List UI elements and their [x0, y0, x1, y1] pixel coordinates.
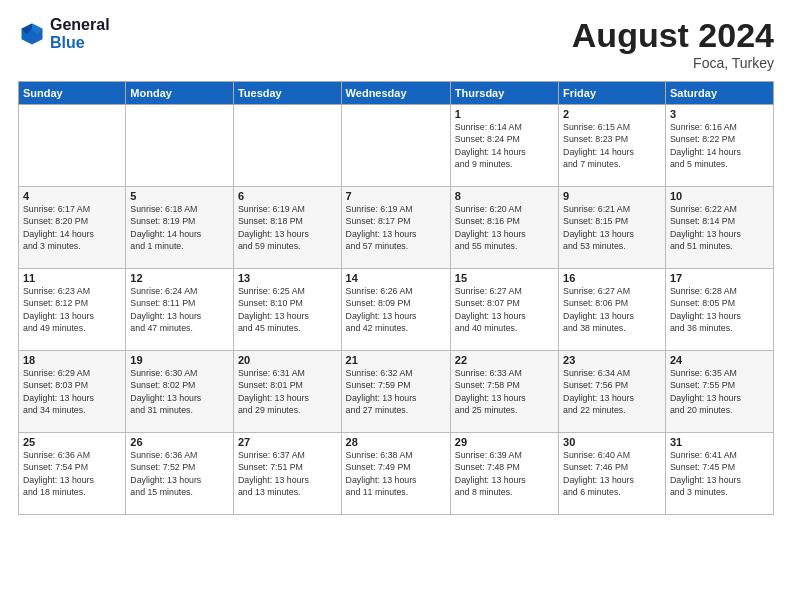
header-wednesday: Wednesday — [341, 82, 450, 105]
day-cell — [19, 105, 126, 187]
day-cell: 21Sunrise: 6:32 AM Sunset: 7:59 PM Dayli… — [341, 351, 450, 433]
day-number: 4 — [23, 190, 121, 202]
title-block: August 2024 Foca, Turkey — [572, 16, 774, 71]
week-row-2: 4Sunrise: 6:17 AM Sunset: 8:20 PM Daylig… — [19, 187, 774, 269]
day-info: Sunrise: 6:20 AM Sunset: 8:16 PM Dayligh… — [455, 203, 554, 252]
day-number: 3 — [670, 108, 769, 120]
header-monday: Monday — [126, 82, 234, 105]
logo-line2: Blue — [50, 34, 110, 52]
day-cell: 15Sunrise: 6:27 AM Sunset: 8:07 PM Dayli… — [450, 269, 558, 351]
logo-icon — [18, 20, 46, 48]
day-number: 30 — [563, 436, 661, 448]
header-tuesday: Tuesday — [233, 82, 341, 105]
day-number: 27 — [238, 436, 337, 448]
header-thursday: Thursday — [450, 82, 558, 105]
day-number: 2 — [563, 108, 661, 120]
day-cell: 14Sunrise: 6:26 AM Sunset: 8:09 PM Dayli… — [341, 269, 450, 351]
day-cell: 29Sunrise: 6:39 AM Sunset: 7:48 PM Dayli… — [450, 433, 558, 515]
day-number: 26 — [130, 436, 229, 448]
week-row-3: 11Sunrise: 6:23 AM Sunset: 8:12 PM Dayli… — [19, 269, 774, 351]
day-number: 7 — [346, 190, 446, 202]
day-cell: 27Sunrise: 6:37 AM Sunset: 7:51 PM Dayli… — [233, 433, 341, 515]
day-cell: 9Sunrise: 6:21 AM Sunset: 8:15 PM Daylig… — [559, 187, 666, 269]
day-number: 21 — [346, 354, 446, 366]
location: Foca, Turkey — [572, 55, 774, 71]
day-info: Sunrise: 6:22 AM Sunset: 8:14 PM Dayligh… — [670, 203, 769, 252]
day-info: Sunrise: 6:31 AM Sunset: 8:01 PM Dayligh… — [238, 367, 337, 416]
day-info: Sunrise: 6:34 AM Sunset: 7:56 PM Dayligh… — [563, 367, 661, 416]
day-number: 12 — [130, 272, 229, 284]
day-info: Sunrise: 6:23 AM Sunset: 8:12 PM Dayligh… — [23, 285, 121, 334]
day-number: 10 — [670, 190, 769, 202]
day-info: Sunrise: 6:32 AM Sunset: 7:59 PM Dayligh… — [346, 367, 446, 416]
day-cell: 17Sunrise: 6:28 AM Sunset: 8:05 PM Dayli… — [665, 269, 773, 351]
day-cell: 3Sunrise: 6:16 AM Sunset: 8:22 PM Daylig… — [665, 105, 773, 187]
day-number: 25 — [23, 436, 121, 448]
day-info: Sunrise: 6:24 AM Sunset: 8:11 PM Dayligh… — [130, 285, 229, 334]
day-info: Sunrise: 6:17 AM Sunset: 8:20 PM Dayligh… — [23, 203, 121, 252]
day-number: 5 — [130, 190, 229, 202]
day-cell: 19Sunrise: 6:30 AM Sunset: 8:02 PM Dayli… — [126, 351, 234, 433]
day-info: Sunrise: 6:30 AM Sunset: 8:02 PM Dayligh… — [130, 367, 229, 416]
day-cell: 2Sunrise: 6:15 AM Sunset: 8:23 PM Daylig… — [559, 105, 666, 187]
day-info: Sunrise: 6:26 AM Sunset: 8:09 PM Dayligh… — [346, 285, 446, 334]
day-info: Sunrise: 6:19 AM Sunset: 8:17 PM Dayligh… — [346, 203, 446, 252]
day-info: Sunrise: 6:28 AM Sunset: 8:05 PM Dayligh… — [670, 285, 769, 334]
day-cell: 6Sunrise: 6:19 AM Sunset: 8:18 PM Daylig… — [233, 187, 341, 269]
week-row-4: 18Sunrise: 6:29 AM Sunset: 8:03 PM Dayli… — [19, 351, 774, 433]
header-sunday: Sunday — [19, 82, 126, 105]
day-number: 11 — [23, 272, 121, 284]
day-info: Sunrise: 6:19 AM Sunset: 8:18 PM Dayligh… — [238, 203, 337, 252]
day-cell: 25Sunrise: 6:36 AM Sunset: 7:54 PM Dayli… — [19, 433, 126, 515]
day-number: 19 — [130, 354, 229, 366]
day-cell — [341, 105, 450, 187]
day-number: 23 — [563, 354, 661, 366]
day-cell — [233, 105, 341, 187]
day-info: Sunrise: 6:36 AM Sunset: 7:54 PM Dayligh… — [23, 449, 121, 498]
day-info: Sunrise: 6:36 AM Sunset: 7:52 PM Dayligh… — [130, 449, 229, 498]
day-cell — [126, 105, 234, 187]
day-number: 29 — [455, 436, 554, 448]
day-info: Sunrise: 6:21 AM Sunset: 8:15 PM Dayligh… — [563, 203, 661, 252]
day-info: Sunrise: 6:14 AM Sunset: 8:24 PM Dayligh… — [455, 121, 554, 170]
day-cell: 18Sunrise: 6:29 AM Sunset: 8:03 PM Dayli… — [19, 351, 126, 433]
week-row-5: 25Sunrise: 6:36 AM Sunset: 7:54 PM Dayli… — [19, 433, 774, 515]
day-cell: 5Sunrise: 6:18 AM Sunset: 8:19 PM Daylig… — [126, 187, 234, 269]
day-number: 15 — [455, 272, 554, 284]
day-number: 1 — [455, 108, 554, 120]
day-info: Sunrise: 6:16 AM Sunset: 8:22 PM Dayligh… — [670, 121, 769, 170]
header: General Blue August 2024 Foca, Turkey — [18, 16, 774, 71]
day-cell: 1Sunrise: 6:14 AM Sunset: 8:24 PM Daylig… — [450, 105, 558, 187]
day-number: 20 — [238, 354, 337, 366]
day-cell: 4Sunrise: 6:17 AM Sunset: 8:20 PM Daylig… — [19, 187, 126, 269]
day-cell: 10Sunrise: 6:22 AM Sunset: 8:14 PM Dayli… — [665, 187, 773, 269]
calendar-table: Sunday Monday Tuesday Wednesday Thursday… — [18, 81, 774, 515]
day-cell: 22Sunrise: 6:33 AM Sunset: 7:58 PM Dayli… — [450, 351, 558, 433]
day-info: Sunrise: 6:27 AM Sunset: 8:07 PM Dayligh… — [455, 285, 554, 334]
day-info: Sunrise: 6:39 AM Sunset: 7:48 PM Dayligh… — [455, 449, 554, 498]
day-info: Sunrise: 6:27 AM Sunset: 8:06 PM Dayligh… — [563, 285, 661, 334]
day-info: Sunrise: 6:37 AM Sunset: 7:51 PM Dayligh… — [238, 449, 337, 498]
logo: General Blue — [18, 16, 110, 51]
day-info: Sunrise: 6:40 AM Sunset: 7:46 PM Dayligh… — [563, 449, 661, 498]
day-cell: 28Sunrise: 6:38 AM Sunset: 7:49 PM Dayli… — [341, 433, 450, 515]
page: General Blue August 2024 Foca, Turkey Su… — [0, 0, 792, 612]
calendar-header-row: Sunday Monday Tuesday Wednesday Thursday… — [19, 82, 774, 105]
day-number: 17 — [670, 272, 769, 284]
month-title: August 2024 — [572, 16, 774, 55]
day-number: 8 — [455, 190, 554, 202]
day-info: Sunrise: 6:38 AM Sunset: 7:49 PM Dayligh… — [346, 449, 446, 498]
logo-line1: General — [50, 16, 110, 34]
day-info: Sunrise: 6:29 AM Sunset: 8:03 PM Dayligh… — [23, 367, 121, 416]
day-cell: 8Sunrise: 6:20 AM Sunset: 8:16 PM Daylig… — [450, 187, 558, 269]
day-info: Sunrise: 6:25 AM Sunset: 8:10 PM Dayligh… — [238, 285, 337, 334]
day-cell: 11Sunrise: 6:23 AM Sunset: 8:12 PM Dayli… — [19, 269, 126, 351]
day-cell: 23Sunrise: 6:34 AM Sunset: 7:56 PM Dayli… — [559, 351, 666, 433]
day-cell: 30Sunrise: 6:40 AM Sunset: 7:46 PM Dayli… — [559, 433, 666, 515]
day-cell: 13Sunrise: 6:25 AM Sunset: 8:10 PM Dayli… — [233, 269, 341, 351]
day-cell: 31Sunrise: 6:41 AM Sunset: 7:45 PM Dayli… — [665, 433, 773, 515]
day-cell: 26Sunrise: 6:36 AM Sunset: 7:52 PM Dayli… — [126, 433, 234, 515]
day-info: Sunrise: 6:15 AM Sunset: 8:23 PM Dayligh… — [563, 121, 661, 170]
day-number: 28 — [346, 436, 446, 448]
week-row-1: 1Sunrise: 6:14 AM Sunset: 8:24 PM Daylig… — [19, 105, 774, 187]
